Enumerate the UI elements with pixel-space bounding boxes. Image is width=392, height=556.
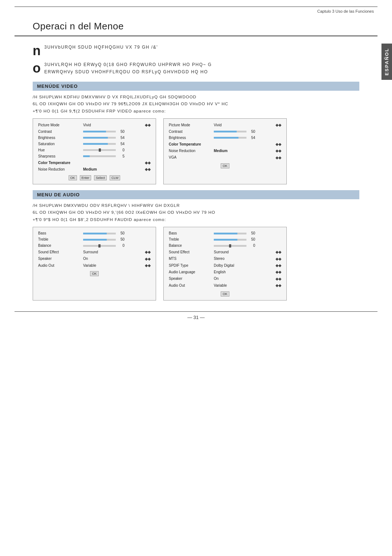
header-row: Captulo 3 Uso de las Funciones [0,7,392,14]
section-o: o 3UHVLRQH HO ERWyQ 0(18 GHO FRQWURO UHP… [33,57,359,78]
menu-audio-desc: /H SHUPLWH DMXVWDU ODV RSFLRQHV \ HIHFWR… [33,202,359,224]
section-n: n 3UHVbURQH SDUD HQFHQGHU VX 79 GH /&' [33,36,359,54]
main-content: n 3UHVbURQH SDUD HQFHQGHU VX 79 GH /&' o… [15,36,377,301]
label-r-audio-out: Audio Out [169,283,212,288]
panel-row-r-sound-effect: Sound Effect Surround ◆◆ [169,249,281,255]
section-n-letter: n [33,44,41,57]
panel-row-r-contrast: Contrast 50 [169,129,281,134]
arrow-sound-effect: ◆◆ [145,249,151,255]
panel-row-r-treble: Treble 50 [169,237,281,242]
label-r-contrast: Contrast [169,129,212,134]
arrow-picture-mode: ◆◆ [145,122,151,128]
label-r-picture-mode: Picture Mode [169,123,212,128]
panel-row-brightness: Brightness 54 [38,135,151,140]
arrow-r-sound-effect: ◆◆ [275,249,281,255]
label-brightness: Brightness [38,135,82,140]
label-r-balance: Balance [169,243,212,248]
panel-row-r-balance: Balance 0 [169,243,281,248]
arrow-r-noise-reduction: ◆◆ [275,148,281,154]
panel-row-hue: Hue 0 [38,148,151,153]
label-picture-mode: Picture Mode [38,123,82,128]
side-tab-espanol: ESPAÑOL [381,44,392,80]
section-o-line1: 3UHVLRQH HO ERWyQ 0(18 GHO FRQWURO UHPRW… [44,61,359,68]
label-noise-reduction: Noise Reduction [38,167,82,172]
label-r-noise-reduction: Noise Reduction [169,148,212,154]
menu-audio-header: MENU DE AUDIO [33,190,359,199]
arrow-color-temp: ◆◆ [145,160,151,165]
audio-panels-row: Bass 50 Treble 50 Balance [33,227,359,300]
audio-panel-right-footer: OK [169,291,281,297]
panel-row-color-temp: Color Temperature ◆◆ [38,160,151,165]
panel-row-noise-reduction: Noise Reduction Medium ◆◆ [38,167,151,172]
page-title-block: Operaci n del Menoe [15,14,377,36]
arrow-audio-language: ◆◆ [275,269,281,275]
panel-row-picture-mode: Picture Mode Vivid ◆◆ [38,122,151,128]
video-panels-row: Picture Mode Vivid ◆◆ Contrast 50 Bright… [33,118,359,184]
label-color-temp: Color Temperature [38,160,82,165]
section-n-encoded: 3UHVbURQH SDUD HQFHQGHU VX 79 GH /&' [44,44,359,51]
panel-row-r-vga: VGA ◆◆ [169,155,281,160]
audio-panel-left: Bass 50 Treble 50 Balance [33,227,156,300]
label-sharpness: Sharpness [38,154,82,159]
arrow-spdif: ◆◆ [275,263,281,268]
panel-row-treble: Treble 50 [38,237,151,242]
panel-row-speaker: Speaker On ◆◆ [38,256,151,262]
label-sound-effect: Sound Effect [38,250,82,255]
footer-clw: CLW [110,175,120,180]
label-treble: Treble [38,237,82,242]
footer-r-ok: OK [221,163,229,168]
audio-panel-right: Bass 50 Treble 50 Balance [163,227,287,300]
arrow-noise-reduction: ◆◆ [145,167,151,172]
video-panel-right: Picture Mode Vivid ◆◆ Contrast 50 Bright… [163,118,287,184]
arrow-r-audio-out: ◆◆ [275,283,281,288]
footer-select: Select [94,175,107,180]
video-panel-right-footer: OK [169,163,281,168]
panel-row-mts: MTS Stereo ◆◆ [169,256,281,262]
arrow-mts: ◆◆ [275,256,281,262]
arrow-r-color-temp: ◆◆ [275,142,281,147]
page-number: — 31 — [0,312,392,324]
panel-row-audio-language: Audio Language English ◆◆ [169,269,281,275]
panel-row-sharpness: Sharpness 5 [38,154,151,159]
footer-audio-right-ok: OK [221,291,229,297]
section-n-text: 3UHVbURQH SDUD HQFHQGHU VX 79 GH /&' [44,44,359,51]
label-r-speaker: Speaker [169,276,212,281]
label-contrast: Contrast [38,129,82,134]
audio-panel-left-footer: OK [38,271,151,276]
label-speaker: Speaker [38,256,82,261]
label-r-bass: Bass [169,231,212,236]
panel-row-r-audio-out: Audio Out Variable ◆◆ [169,283,281,288]
panel-row-sound-effect: Sound Effect Surround ◆◆ [38,249,151,255]
page-title: Operaci n del Menoe [33,21,359,32]
video-panel-left: Picture Mode Vivid ◆◆ Contrast 50 Bright… [33,118,156,184]
panel-row-balance: Balance 0 [38,243,151,248]
footer-ok: OK [69,175,77,180]
label-saturation: Saturation [38,142,82,147]
section-o-line2: ERWRQHVy SDUD VHOHFFLRQDU OD RSFLyQ GHVH… [44,68,359,75]
label-audio-out: Audio Out [38,263,82,268]
section-o-text: 3UHVLRQH HO ERWyQ 0(18 GHO FRQWURO UHPRW… [44,61,359,76]
menu-video-header: MENÚDE VIDEO [33,82,359,91]
menu-video-desc: /H SHUPLWH KDFHU DMXVWHV D VX FRQILJXUDF… [33,94,359,115]
panel-row-r-speaker: Speaker On ◆◆ [169,276,281,282]
panel-row-saturation: Saturation 54 [38,142,151,147]
footer-audio-left-ok: OK [90,271,98,276]
label-spdif: SPDIF Type [169,263,212,268]
label-bass: Bass [38,231,82,236]
label-hue: Hue [38,148,82,153]
label-balance: Balance [38,243,82,248]
label-r-vga: VGA [169,155,212,160]
panel-row-r-bass: Bass 50 [169,231,281,236]
panel-row-r-picture-mode: Picture Mode Vivid ◆◆ [169,122,281,128]
arrow-r-speaker: ◆◆ [275,276,281,282]
arrow-r-picture-mode: ◆◆ [275,122,281,128]
arrow-speaker: ◆◆ [145,256,151,262]
arrow-r-vga: ◆◆ [275,155,281,160]
footer-enter: Enter [80,175,91,180]
section-o-letter: o [33,62,41,75]
panel-row-r-color-temp: Color Temperature ◆◆ [169,142,281,147]
video-panel-left-footer: OK Enter Select CLW [38,175,151,180]
panel-row-contrast: Contrast 50 [38,129,151,134]
label-r-brightness: Brightness [169,135,212,140]
label-r-treble: Treble [169,237,212,242]
